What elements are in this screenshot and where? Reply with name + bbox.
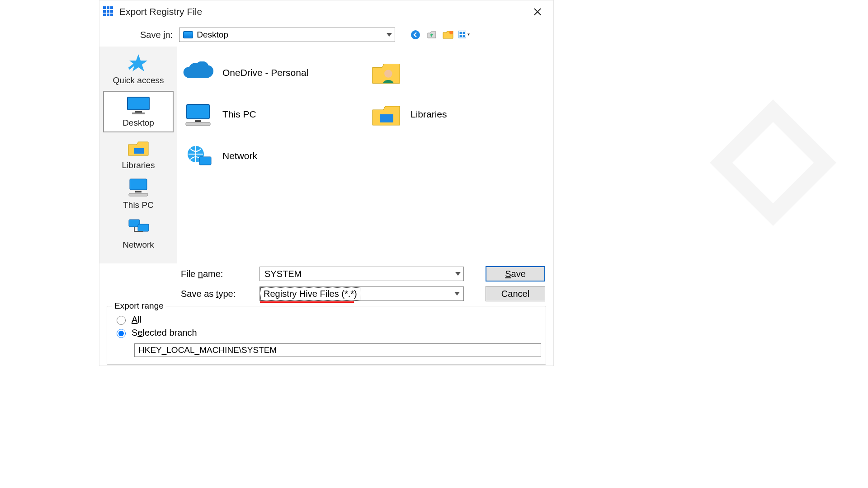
- back-button[interactable]: [410, 29, 421, 41]
- svg-rect-7: [460, 32, 462, 34]
- svg-rect-19: [135, 191, 142, 192]
- places-libraries[interactable]: Libraries: [99, 134, 177, 174]
- save-in-bar: Save in: Desktop: [99, 23, 553, 47]
- places-label: This PC: [123, 200, 154, 210]
- up-one-level-button[interactable]: [426, 29, 438, 41]
- watermark-diamond: [705, 95, 841, 230]
- places-label: Network: [123, 240, 154, 250]
- radio-selected[interactable]: [117, 329, 126, 338]
- file-item-network[interactable]: Network: [182, 137, 361, 175]
- view-menu-button[interactable]: [458, 29, 470, 41]
- export-range-selected[interactable]: Selected branch: [114, 328, 538, 338]
- save-as-type-label: Save as type:: [181, 289, 253, 299]
- places-label: Quick access: [113, 75, 164, 85]
- file-item-this-pc[interactable]: This PC: [182, 95, 361, 133]
- desktop-icon: [183, 31, 193, 38]
- network-icon: [126, 216, 151, 238]
- selected-branch-input[interactable]: [134, 343, 541, 357]
- this-pc-icon: [182, 101, 214, 127]
- file-item-label: Libraries: [410, 109, 447, 120]
- views-icon: [458, 30, 470, 40]
- onedrive-icon: [182, 60, 214, 86]
- back-icon: [410, 29, 421, 40]
- svg-rect-9: [460, 35, 462, 37]
- svg-rect-16: [132, 113, 145, 114]
- places-quick-access[interactable]: Quick access: [99, 49, 177, 89]
- file-name-label: File name:: [181, 269, 253, 279]
- file-item-user-folder[interactable]: [370, 54, 549, 92]
- regedit-app-icon: [103, 6, 114, 17]
- svg-rect-26: [186, 122, 210, 126]
- radio-all[interactable]: [117, 316, 126, 325]
- cancel-button[interactable]: Cancel: [486, 286, 545, 301]
- file-name-field[interactable]: [259, 267, 464, 281]
- svg-rect-20: [129, 193, 148, 196]
- save-as-type-combo[interactable]: Registry Hive Files (*.*): [259, 286, 464, 301]
- file-name-input[interactable]: [264, 268, 450, 280]
- svg-point-5: [449, 31, 453, 34]
- window-close-button[interactable]: [528, 2, 547, 21]
- file-item-label: OneDrive - Personal: [222, 67, 308, 78]
- save-as-type-value: Registry Hive Files (*.*): [260, 287, 360, 300]
- file-list[interactable]: OneDrive - Personal This PC: [177, 47, 553, 263]
- quick-access-icon: [126, 52, 151, 74]
- svg-rect-13: [127, 97, 149, 110]
- folder-up-icon: [426, 29, 437, 40]
- places-this-pc[interactable]: This PC: [99, 174, 177, 214]
- svg-rect-25: [195, 120, 201, 122]
- file-item-label: Network: [222, 150, 257, 161]
- svg-point-4: [411, 30, 420, 39]
- libraries-icon: [370, 101, 402, 127]
- titlebar: Export Registry File: [99, 0, 553, 23]
- svg-marker-11: [467, 33, 470, 35]
- export-registry-dialog: Export Registry File Save in: Desktop: [99, 0, 554, 366]
- places-label: Libraries: [122, 160, 155, 170]
- chevron-down-icon: [454, 292, 460, 296]
- save-in-combo[interactable]: Desktop: [179, 28, 395, 42]
- svg-rect-8: [463, 32, 465, 34]
- svg-rect-10: [463, 35, 465, 37]
- window-title: Export Registry File: [119, 6, 528, 17]
- places-bar: Quick access Desktop Libraries: [99, 47, 177, 263]
- libraries-icon: [126, 137, 151, 159]
- file-item-label: This PC: [222, 109, 256, 120]
- svg-rect-24: [187, 104, 209, 119]
- new-folder-button[interactable]: [442, 29, 454, 41]
- export-range-all[interactable]: All: [114, 314, 538, 325]
- svg-rect-29: [199, 157, 211, 165]
- svg-rect-17: [134, 148, 144, 154]
- chevron-down-icon: [455, 272, 461, 276]
- user-folder-icon: [370, 60, 402, 86]
- annotation-underline: [260, 301, 354, 303]
- places-label: Desktop: [123, 118, 154, 128]
- chevron-down-icon: [387, 33, 392, 37]
- close-icon: [533, 7, 542, 16]
- svg-rect-15: [135, 111, 142, 113]
- places-desktop[interactable]: Desktop: [103, 91, 174, 132]
- svg-marker-3: [732, 122, 814, 203]
- save-in-value: Desktop: [197, 30, 228, 40]
- export-range-group: Export range All Selected branch: [107, 306, 546, 365]
- file-item-libraries[interactable]: Libraries: [370, 95, 549, 133]
- places-network[interactable]: Network: [99, 214, 177, 253]
- desktop-monitor-icon: [126, 94, 151, 116]
- svg-marker-2: [710, 99, 836, 226]
- svg-point-23: [384, 70, 392, 78]
- save-button[interactable]: Save: [486, 266, 545, 282]
- svg-rect-18: [130, 179, 147, 190]
- network-globe-icon: [182, 143, 214, 169]
- this-pc-icon: [126, 177, 151, 198]
- new-folder-icon: [442, 30, 454, 40]
- file-item-onedrive[interactable]: OneDrive - Personal: [182, 54, 361, 92]
- svg-marker-12: [129, 54, 147, 71]
- save-in-label: Save in:: [140, 30, 173, 40]
- svg-rect-27: [380, 114, 393, 122]
- export-range-legend: Export range: [112, 301, 166, 311]
- svg-rect-22: [138, 224, 149, 231]
